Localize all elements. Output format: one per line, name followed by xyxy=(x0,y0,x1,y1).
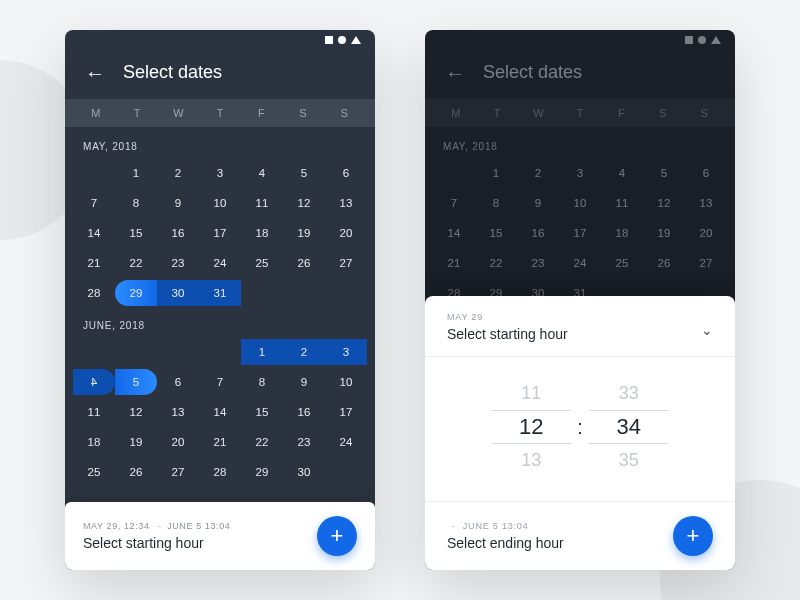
calendar-day[interactable]: 7 xyxy=(73,190,115,216)
calendar-day[interactable]: 15 xyxy=(115,220,157,246)
month-grid-may[interactable]: 1234567891011121314151617181920212223242… xyxy=(73,160,367,306)
calendar-day[interactable]: 14 xyxy=(433,220,475,246)
calendar-day[interactable]: 4 xyxy=(241,160,283,186)
calendar-day[interactable]: 3 xyxy=(199,160,241,186)
calendar-day[interactable]: 8 xyxy=(115,190,157,216)
calendar-day[interactable]: 3 xyxy=(325,339,367,365)
calendar-day[interactable]: 27 xyxy=(157,459,199,485)
back-icon[interactable]: ← xyxy=(445,63,465,83)
calendar-day[interactable]: 11 xyxy=(601,190,643,216)
calendar-day[interactable]: 5 xyxy=(283,160,325,186)
calendar-day[interactable]: 16 xyxy=(517,220,559,246)
calendar-day[interactable]: 19 xyxy=(115,429,157,455)
month-grid-june[interactable]: 1234567891011121314151617181920212223242… xyxy=(73,339,367,485)
calendar-day[interactable]: 13 xyxy=(685,190,727,216)
add-button[interactable]: + xyxy=(317,516,357,556)
calendar-day[interactable]: 30 xyxy=(283,459,325,485)
calendar-day[interactable]: 26 xyxy=(643,250,685,276)
calendar-day[interactable]: 2 xyxy=(283,339,325,365)
calendar-day[interactable]: 31 xyxy=(199,280,241,306)
calendar-day[interactable]: 17 xyxy=(199,220,241,246)
calendar-day[interactable]: 14 xyxy=(199,399,241,425)
calendar-day[interactable]: 8 xyxy=(475,190,517,216)
calendar-day[interactable]: 21 xyxy=(73,250,115,276)
calendar-day[interactable]: 1 xyxy=(241,339,283,365)
calendar-day[interactable]: 15 xyxy=(241,399,283,425)
calendar-day[interactable]: 28 xyxy=(199,459,241,485)
calendar-day[interactable]: 10 xyxy=(559,190,601,216)
calendar-day[interactable]: 6 xyxy=(325,160,367,186)
calendar-day[interactable]: 15 xyxy=(475,220,517,246)
calendar-day[interactable]: 19 xyxy=(283,220,325,246)
calendar-day[interactable]: 19 xyxy=(643,220,685,246)
time-picker[interactable]: 11 12 13 : 33 34 35 xyxy=(425,357,735,501)
calendar-day[interactable]: 12 xyxy=(115,399,157,425)
calendar-day[interactable]: 8 xyxy=(241,369,283,395)
calendar-day[interactable]: 27 xyxy=(325,250,367,276)
calendar-day[interactable]: 22 xyxy=(475,250,517,276)
calendar-day[interactable]: 13 xyxy=(325,190,367,216)
sheet-footer-end[interactable]: →JUNE 5 13:04 Select ending hour + xyxy=(425,501,735,570)
calendar-day[interactable]: 25 xyxy=(601,250,643,276)
calendar-day[interactable]: 18 xyxy=(73,429,115,455)
calendar-day[interactable]: 16 xyxy=(157,220,199,246)
calendar-day[interactable]: 27 xyxy=(685,250,727,276)
chevron-down-icon[interactable]: ⌄ xyxy=(701,322,713,338)
calendar-day[interactable]: 10 xyxy=(325,369,367,395)
calendar-day[interactable]: 12 xyxy=(643,190,685,216)
calendar-day[interactable]: 26 xyxy=(115,459,157,485)
calendar-day[interactable]: 12 xyxy=(283,190,325,216)
calendar-day[interactable]: 26 xyxy=(283,250,325,276)
calendar-day[interactable]: 25 xyxy=(73,459,115,485)
add-button[interactable]: + xyxy=(673,516,713,556)
calendar-day[interactable]: 17 xyxy=(325,399,367,425)
calendar-day[interactable]: 2 xyxy=(517,160,559,186)
calendar-day[interactable]: 21 xyxy=(433,250,475,276)
calendar-day[interactable]: 20 xyxy=(157,429,199,455)
calendar-day[interactable]: 23 xyxy=(517,250,559,276)
calendar-day[interactable]: 18 xyxy=(241,220,283,246)
calendar-day[interactable]: 1 xyxy=(475,160,517,186)
calendar-day[interactable]: 21 xyxy=(199,429,241,455)
calendar-day[interactable]: 2 xyxy=(157,160,199,186)
calendar-day[interactable]: 29 xyxy=(241,459,283,485)
calendar-day[interactable]: 11 xyxy=(241,190,283,216)
calendar-day[interactable]: 6 xyxy=(157,369,199,395)
calendar-day[interactable]: 24 xyxy=(325,429,367,455)
calendar-day[interactable]: 20 xyxy=(685,220,727,246)
calendar-day[interactable]: 16 xyxy=(283,399,325,425)
calendar-day[interactable]: 7 xyxy=(199,369,241,395)
calendar-day[interactable]: 25 xyxy=(241,250,283,276)
calendar-day[interactable]: 10 xyxy=(199,190,241,216)
calendar-day[interactable]: 23 xyxy=(157,250,199,276)
footer-card[interactable]: MAY 29, 12:34→JUNE 5 13:04 Select starti… xyxy=(65,502,375,570)
calendar-day[interactable]: 9 xyxy=(283,369,325,395)
calendar-day[interactable]: 30 xyxy=(157,280,199,306)
calendar-day[interactable]: 29 xyxy=(115,280,157,306)
sheet-header-start[interactable]: MAY 29 Select starting hour ⌄ xyxy=(425,296,735,357)
calendar-day[interactable]: 11 xyxy=(73,399,115,425)
calendar-day[interactable]: 1 xyxy=(115,160,157,186)
calendar-day[interactable]: 7 xyxy=(433,190,475,216)
calendar-day[interactable]: 22 xyxy=(241,429,283,455)
calendar-day[interactable]: 22 xyxy=(115,250,157,276)
calendar-day[interactable]: 23 xyxy=(283,429,325,455)
calendar-day[interactable]: 6 xyxy=(685,160,727,186)
calendar-day[interactable]: 24 xyxy=(199,250,241,276)
calendar-day[interactable]: 9 xyxy=(517,190,559,216)
calendar-day[interactable]: 17 xyxy=(559,220,601,246)
back-icon[interactable]: ← xyxy=(85,63,105,83)
calendar-day[interactable]: 4 xyxy=(601,160,643,186)
minute-wheel[interactable]: 33 34 35 xyxy=(589,377,669,477)
calendar-day[interactable]: 28 xyxy=(73,280,115,306)
calendar-day[interactable]: 9 xyxy=(157,190,199,216)
calendar-day[interactable]: 13 xyxy=(157,399,199,425)
calendar-day[interactable]: 14 xyxy=(73,220,115,246)
calendar-day[interactable]: 5 xyxy=(115,369,157,395)
calendar-day[interactable]: 24 xyxy=(559,250,601,276)
hour-wheel[interactable]: 11 12 13 xyxy=(491,377,571,477)
calendar-day[interactable]: 3 xyxy=(559,160,601,186)
calendar-day[interactable]: 20 xyxy=(325,220,367,246)
calendar-day[interactable]: 4 xyxy=(73,369,115,395)
calendar-day[interactable]: 18 xyxy=(601,220,643,246)
